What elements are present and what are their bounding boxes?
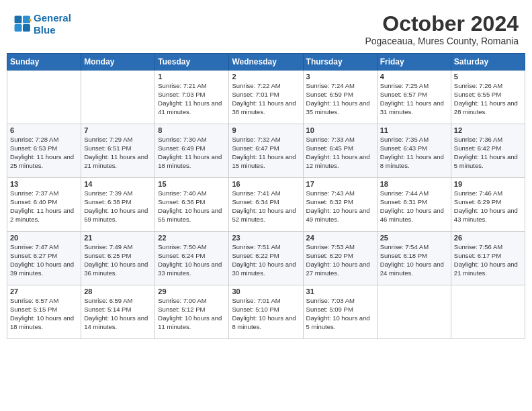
calendar-header-wednesday: Wednesday bbox=[229, 54, 303, 71]
day-number: 20 bbox=[10, 234, 78, 242]
day-number: 5 bbox=[454, 73, 522, 81]
calendar-week-row: 6Sunrise: 7:28 AMSunset: 6:53 PMDaylight… bbox=[7, 124, 525, 178]
cell-content: Sunrise: 7:32 AMSunset: 6:47 PMDaylight:… bbox=[232, 136, 300, 170]
day-number: 9 bbox=[232, 126, 300, 134]
calendar-cell: 29Sunrise: 7:00 AMSunset: 5:12 PMDayligh… bbox=[155, 285, 229, 339]
calendar-cell: 4Sunrise: 7:25 AMSunset: 6:57 PMDaylight… bbox=[377, 71, 451, 124]
cell-content: Sunrise: 7:41 AMSunset: 6:34 PMDaylight:… bbox=[232, 189, 300, 224]
calendar-cell: 6Sunrise: 7:28 AMSunset: 6:53 PMDaylight… bbox=[7, 124, 81, 178]
calendar-cell: 7Sunrise: 7:29 AMSunset: 6:51 PMDaylight… bbox=[81, 124, 155, 178]
calendar-cell: 25Sunrise: 7:54 AMSunset: 6:18 PMDayligh… bbox=[377, 232, 451, 285]
day-number: 6 bbox=[10, 126, 78, 134]
day-number: 22 bbox=[158, 234, 226, 242]
cell-content: Sunrise: 7:37 AMSunset: 6:40 PMDaylight:… bbox=[10, 189, 78, 224]
cell-content: Sunrise: 7:47 AMSunset: 6:27 PMDaylight:… bbox=[10, 243, 78, 277]
calendar-cell: 28Sunrise: 6:59 AMSunset: 5:14 PMDayligh… bbox=[81, 285, 155, 339]
day-number: 3 bbox=[306, 73, 374, 81]
day-number: 24 bbox=[306, 234, 374, 242]
cell-content: Sunrise: 7:28 AMSunset: 6:53 PMDaylight:… bbox=[10, 136, 78, 170]
cell-content: Sunrise: 7:46 AMSunset: 6:29 PMDaylight:… bbox=[454, 189, 522, 224]
calendar-cell: 19Sunrise: 7:46 AMSunset: 6:29 PMDayligh… bbox=[451, 178, 525, 232]
calendar-cell: 10Sunrise: 7:33 AMSunset: 6:45 PMDayligh… bbox=[303, 124, 377, 178]
cell-content: Sunrise: 7:26 AMSunset: 6:55 PMDaylight:… bbox=[454, 82, 522, 116]
day-number: 1 bbox=[158, 73, 226, 81]
day-number: 26 bbox=[454, 234, 522, 242]
calendar-cell: 5Sunrise: 7:26 AMSunset: 6:55 PMDaylight… bbox=[451, 71, 525, 124]
svg-rect-2 bbox=[15, 24, 22, 32]
day-number: 16 bbox=[232, 180, 300, 188]
day-number: 12 bbox=[454, 126, 522, 134]
day-number: 25 bbox=[380, 234, 448, 242]
day-number: 31 bbox=[306, 287, 374, 295]
svg-rect-3 bbox=[23, 24, 30, 32]
day-number: 17 bbox=[306, 180, 374, 188]
calendar-header-thursday: Thursday bbox=[303, 54, 377, 71]
calendar-cell bbox=[377, 285, 451, 339]
calendar-cell: 18Sunrise: 7:44 AMSunset: 6:31 PMDayligh… bbox=[377, 178, 451, 232]
calendar-cell: 24Sunrise: 7:53 AMSunset: 6:20 PMDayligh… bbox=[303, 232, 377, 285]
cell-content: Sunrise: 7:50 AMSunset: 6:24 PMDaylight:… bbox=[158, 243, 226, 277]
calendar-cell bbox=[81, 71, 155, 124]
calendar-header-row: SundayMondayTuesdayWednesdayThursdayFrid… bbox=[7, 54, 525, 71]
calendar-cell: 11Sunrise: 7:35 AMSunset: 6:43 PMDayligh… bbox=[377, 124, 451, 178]
calendar-cell: 9Sunrise: 7:32 AMSunset: 6:47 PMDaylight… bbox=[229, 124, 303, 178]
calendar-cell: 31Sunrise: 7:03 AMSunset: 5:09 PMDayligh… bbox=[303, 285, 377, 339]
logo: General Blue bbox=[13, 12, 71, 36]
calendar-cell: 15Sunrise: 7:40 AMSunset: 6:36 PMDayligh… bbox=[155, 178, 229, 232]
cell-content: Sunrise: 7:43 AMSunset: 6:32 PMDaylight:… bbox=[306, 189, 374, 224]
calendar-header-sunday: Sunday bbox=[7, 54, 81, 71]
cell-content: Sunrise: 7:56 AMSunset: 6:17 PMDaylight:… bbox=[454, 243, 522, 277]
day-number: 4 bbox=[380, 73, 448, 81]
cell-content: Sunrise: 7:39 AMSunset: 6:38 PMDaylight:… bbox=[84, 189, 152, 224]
day-number: 18 bbox=[380, 180, 448, 188]
calendar-cell: 23Sunrise: 7:51 AMSunset: 6:22 PMDayligh… bbox=[229, 232, 303, 285]
logo-icon bbox=[13, 15, 32, 34]
calendar-header-saturday: Saturday bbox=[451, 54, 525, 71]
cell-content: Sunrise: 7:25 AMSunset: 6:57 PMDaylight:… bbox=[380, 82, 448, 116]
cell-content: Sunrise: 7:03 AMSunset: 5:09 PMDaylight:… bbox=[306, 297, 374, 331]
cell-content: Sunrise: 7:30 AMSunset: 6:49 PMDaylight:… bbox=[158, 136, 226, 170]
calendar-cell: 17Sunrise: 7:43 AMSunset: 6:32 PMDayligh… bbox=[303, 178, 377, 232]
calendar-cell: 22Sunrise: 7:50 AMSunset: 6:24 PMDayligh… bbox=[155, 232, 229, 285]
cell-content: Sunrise: 7:33 AMSunset: 6:45 PMDaylight:… bbox=[306, 136, 374, 170]
cell-content: Sunrise: 6:57 AMSunset: 5:15 PMDaylight:… bbox=[10, 297, 78, 331]
calendar-cell: 14Sunrise: 7:39 AMSunset: 6:38 PMDayligh… bbox=[81, 178, 155, 232]
calendar-cell bbox=[7, 71, 81, 124]
cell-content: Sunrise: 6:59 AMSunset: 5:14 PMDaylight:… bbox=[84, 297, 152, 331]
cell-content: Sunrise: 7:01 AMSunset: 5:10 PMDaylight:… bbox=[232, 297, 300, 331]
day-number: 10 bbox=[306, 126, 374, 134]
calendar-cell: 13Sunrise: 7:37 AMSunset: 6:40 PMDayligh… bbox=[7, 178, 81, 232]
cell-content: Sunrise: 7:29 AMSunset: 6:51 PMDaylight:… bbox=[84, 136, 152, 170]
day-number: 23 bbox=[232, 234, 300, 242]
calendar-cell: 21Sunrise: 7:49 AMSunset: 6:25 PMDayligh… bbox=[81, 232, 155, 285]
day-number: 7 bbox=[84, 126, 152, 134]
cell-content: Sunrise: 7:44 AMSunset: 6:31 PMDaylight:… bbox=[380, 189, 448, 224]
cell-content: Sunrise: 7:36 AMSunset: 6:42 PMDaylight:… bbox=[454, 136, 522, 170]
cell-content: Sunrise: 7:35 AMSunset: 6:43 PMDaylight:… bbox=[380, 136, 448, 170]
day-number: 30 bbox=[232, 287, 300, 295]
day-number: 19 bbox=[454, 180, 522, 188]
calendar-week-row: 27Sunrise: 6:57 AMSunset: 5:15 PMDayligh… bbox=[7, 285, 525, 339]
calendar-cell: 8Sunrise: 7:30 AMSunset: 6:49 PMDaylight… bbox=[155, 124, 229, 178]
day-number: 21 bbox=[84, 234, 152, 242]
title-block: October 2024 Pogaceaua, Mures County, Ro… bbox=[365, 12, 519, 46]
day-number: 8 bbox=[158, 126, 226, 134]
calendar-header-tuesday: Tuesday bbox=[155, 54, 229, 71]
main-title: October 2024 bbox=[365, 12, 519, 36]
subtitle: Pogaceaua, Mures County, Romania bbox=[365, 36, 519, 46]
calendar-cell: 27Sunrise: 6:57 AMSunset: 5:15 PMDayligh… bbox=[7, 285, 81, 339]
calendar-cell: 12Sunrise: 7:36 AMSunset: 6:42 PMDayligh… bbox=[451, 124, 525, 178]
calendar-cell: 30Sunrise: 7:01 AMSunset: 5:10 PMDayligh… bbox=[229, 285, 303, 339]
calendar-cell: 26Sunrise: 7:56 AMSunset: 6:17 PMDayligh… bbox=[451, 232, 525, 285]
day-number: 11 bbox=[380, 126, 448, 134]
calendar-week-row: 20Sunrise: 7:47 AMSunset: 6:27 PMDayligh… bbox=[7, 232, 525, 285]
calendar-cell: 2Sunrise: 7:22 AMSunset: 7:01 PMDaylight… bbox=[229, 71, 303, 124]
cell-content: Sunrise: 7:21 AMSunset: 7:03 PMDaylight:… bbox=[158, 82, 226, 116]
cell-content: Sunrise: 7:00 AMSunset: 5:12 PMDaylight:… bbox=[158, 297, 226, 331]
calendar-header-friday: Friday bbox=[377, 54, 451, 71]
calendar-week-row: 13Sunrise: 7:37 AMSunset: 6:40 PMDayligh… bbox=[7, 178, 525, 232]
day-number: 28 bbox=[84, 287, 152, 295]
cell-content: Sunrise: 7:24 AMSunset: 6:59 PMDaylight:… bbox=[306, 82, 374, 116]
calendar-cell: 3Sunrise: 7:24 AMSunset: 6:59 PMDaylight… bbox=[303, 71, 377, 124]
day-number: 15 bbox=[158, 180, 226, 188]
